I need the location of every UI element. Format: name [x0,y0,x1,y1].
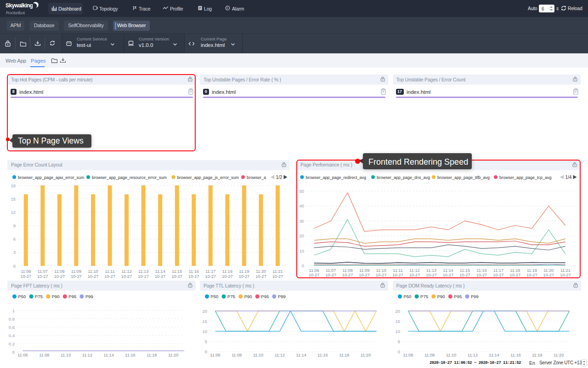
svg-text:browser_app_page_js_error_sum: browser_app_page_js_error_sum [177,175,239,180]
svg-text:10: 10 [395,329,400,334]
svg-text:11:20: 11:20 [553,353,563,357]
svg-text:10-27: 10-27 [88,274,99,279]
svg-text:P50: P50 [211,294,219,299]
svg-text:10-27: 10-27 [239,274,250,279]
svg-text:10-27: 10-27 [71,274,82,279]
svg-text:10-27: 10-27 [155,274,166,279]
svg-text:11:10: 11:10 [446,353,456,357]
svg-text:11:06: 11:06 [210,353,220,357]
svg-text:11:11: 11:11 [105,269,115,274]
svg-text:11:08: 11:08 [424,353,435,357]
svg-text:10-27: 10-27 [21,274,32,279]
svg-text:10-27: 10-27 [171,274,182,279]
svg-text:0: 0 [397,349,400,354]
svg-text:P90: P90 [437,294,445,299]
svg-text:P95: P95 [68,294,76,299]
svg-text:11:18: 11:18 [339,353,349,357]
svg-text:11:12: 11:12 [275,353,285,357]
svg-text:11:06: 11:06 [403,353,413,357]
svg-text:11:07: 11:07 [38,269,48,274]
svg-text:10-27: 10-27 [54,274,65,279]
svg-text:11:10: 11:10 [253,353,263,357]
svg-text:20: 20 [395,309,400,314]
svg-text:12: 12 [11,210,16,215]
svg-text:P90: P90 [244,294,252,299]
svg-text:0.2: 0.2 [9,341,15,346]
svg-text:3: 3 [13,250,16,255]
svg-text:11:14: 11:14 [104,353,114,357]
svg-text:11:14: 11:14 [155,269,165,274]
svg-text:P99: P99 [470,294,478,299]
svg-text:10-27: 10-27 [121,274,132,279]
svg-text:11:08: 11:08 [39,353,49,357]
svg-text:11:12: 11:12 [82,353,92,357]
svg-text:11:14: 11:14 [489,353,499,357]
svg-text:20: 20 [202,309,207,314]
svg-text:11:06: 11:06 [21,269,31,274]
svg-text:5: 5 [205,339,207,344]
svg-text:browser_app_page_ajax_error_su: browser_app_page_ajax_error_sum [18,175,85,180]
svg-text:11:14: 11:14 [296,353,306,357]
svg-text:11:17: 11:17 [205,269,215,274]
svg-text:11:12: 11:12 [121,269,131,274]
svg-text:P95: P95 [454,294,462,299]
svg-text:15: 15 [395,319,400,324]
svg-text:10-27: 10-27 [205,274,216,279]
svg-text:10-27: 10-27 [37,274,48,279]
svg-text:P75: P75 [420,294,428,299]
svg-text:browser_app_page_resource_erro: browser_app_page_resource_error_sum [92,175,167,180]
svg-text:11:20: 11:20 [361,353,371,357]
svg-text:0.8: 0.8 [9,316,15,322]
svg-text:6: 6 [13,236,16,242]
svg-text:11:08: 11:08 [232,353,242,357]
svg-text:0.4: 0.4 [9,333,15,338]
svg-text:0: 0 [205,349,207,354]
svg-text:P75: P75 [227,294,235,299]
svg-text:0: 0 [12,350,15,355]
svg-text:11:16: 11:16 [189,269,199,274]
svg-text:P50: P50 [18,294,26,299]
svg-text:11:09: 11:09 [71,269,81,274]
svg-text:10: 10 [202,329,207,334]
svg-text:18: 18 [11,183,16,188]
svg-text:5: 5 [397,339,400,344]
svg-text:10-27: 10-27 [222,274,233,279]
svg-text:11:08: 11:08 [54,269,64,274]
svg-text:0: 0 [13,264,16,269]
svg-text:0.6: 0.6 [9,325,15,330]
svg-text:11:06: 11:06 [17,353,28,357]
svg-text:11:20: 11:20 [256,269,266,274]
svg-text:P95: P95 [261,294,269,299]
svg-text:11:16: 11:16 [125,353,135,357]
svg-text:11:20: 11:20 [168,353,178,357]
svg-text:10-27: 10-27 [104,274,115,279]
svg-text:P99: P99 [278,294,286,299]
svg-text:browser_a: browser_a [247,175,266,180]
svg-text:11:18: 11:18 [147,353,157,357]
svg-text:10-27: 10-27 [188,274,199,279]
svg-text:15: 15 [11,196,16,201]
svg-text:1/2: 1/2 [276,175,283,180]
svg-text:P75: P75 [35,294,43,299]
svg-text:11:19: 11:19 [239,269,249,274]
svg-text:11:18: 11:18 [222,269,232,274]
svg-text:10-27: 10-27 [138,274,149,279]
svg-text:P50: P50 [403,294,411,299]
svg-text:P90: P90 [52,294,60,299]
svg-text:9: 9 [13,223,16,228]
svg-text:11:15: 11:15 [172,269,182,274]
svg-text:11:12: 11:12 [467,353,477,357]
svg-text:10-27: 10-27 [255,274,266,279]
svg-text:11:10: 11:10 [61,353,71,357]
svg-text:11:16: 11:16 [317,353,328,357]
svg-text:P99: P99 [85,294,93,299]
svg-text:11:10: 11:10 [88,269,98,274]
svg-text:15: 15 [202,319,207,324]
svg-text:10-27: 10-27 [272,274,283,279]
svg-text:11:18: 11:18 [532,353,542,357]
svg-text:11:21: 11:21 [272,269,283,274]
svg-text:11:13: 11:13 [138,269,148,274]
svg-text:1: 1 [12,308,15,313]
svg-text:11:16: 11:16 [510,353,520,357]
